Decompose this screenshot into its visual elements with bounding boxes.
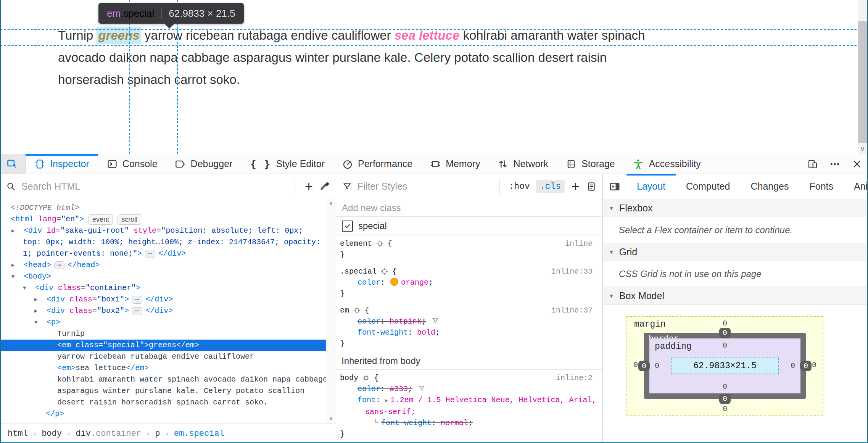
margin-bottom-value[interactable]: 0 (723, 405, 727, 413)
tab-memory[interactable]: Memory (421, 154, 489, 174)
markup-node[interactable]: ▶<div id="saka-gui-root" style="position… (0, 225, 336, 237)
menu-button[interactable] (824, 154, 846, 174)
markup-node[interactable]: <em>sea lettuce</em> (0, 362, 336, 374)
css-declaration[interactable]: font: ▶1.2em / 1.5 Helvetica Neue, Helve… (340, 395, 598, 406)
sidebar-tab-changes[interactable]: Changes (740, 174, 799, 199)
markup-scrollbar[interactable]: ∧ ∨ (326, 199, 336, 424)
add-new-class-input[interactable]: Add new class (336, 199, 602, 217)
tab-network[interactable]: Network (489, 154, 557, 174)
expand-twisty-icon[interactable]: ▶ (34, 294, 47, 305)
expand-twisty-icon[interactable]: ▶ (34, 305, 47, 317)
page-scrollbar-thumb[interactable] (858, 21, 867, 143)
event-badge[interactable]: event (89, 214, 113, 225)
inline-ellipsis-button[interactable]: ⋯ (145, 250, 155, 258)
eyedropper-icon[interactable] (320, 182, 330, 192)
rule-source-link[interactable]: inline:33 (551, 266, 598, 277)
expand-property-icon[interactable]: ▶ (385, 398, 388, 404)
overridden-filter-icon[interactable] (432, 317, 439, 325)
search-input[interactable]: Search HTML (21, 181, 80, 192)
tab-style-editor[interactable]: { }Style Editor (241, 154, 333, 174)
padding-left-value[interactable]: 0 (655, 362, 659, 370)
sidebar-tab-fonts[interactable]: Fonts (799, 174, 844, 199)
border-bottom-value[interactable]: 0 (719, 394, 731, 404)
responsive-mode-button[interactable] (802, 154, 824, 174)
tab-accessibility[interactable]: Accessibility (624, 154, 710, 174)
css-declaration[interactable]: color: orange; (340, 277, 598, 288)
markup-node[interactable]: ▼<div class="container"> (0, 282, 336, 294)
stylesheet-icon[interactable] (586, 182, 596, 192)
page-scrollbar-down-icon[interactable]: ∨ (858, 145, 867, 153)
padding-top-value[interactable]: 0 (723, 342, 727, 350)
tab-console[interactable]: Console (98, 154, 166, 174)
rule-source-link[interactable]: inline:37 (551, 305, 598, 316)
padding-right-value[interactable]: 0 (791, 362, 795, 370)
rule-selector[interactable]: em (340, 305, 349, 316)
class-checkbox[interactable] (342, 221, 353, 232)
markup-node[interactable]: ▼<p> (0, 317, 336, 328)
breadcrumb-item[interactable]: p (155, 429, 160, 438)
class-panel-toggle[interactable]: .cls (536, 180, 565, 193)
markup-node[interactable]: yarrow ricebean rutabaga endive cauliflo… (0, 351, 336, 362)
rule-selector[interactable]: body (340, 372, 358, 383)
markup-node[interactable]: kohlrabi amaranth water spinach avocado … (0, 374, 336, 385)
selector-highlighter-icon[interactable] (362, 374, 370, 382)
css-declaration[interactable]: color: #333; (340, 383, 598, 395)
collapse-twisty-icon[interactable]: ▼ (34, 317, 47, 328)
tab-performance[interactable]: Performance (333, 154, 421, 174)
markup-search-bar[interactable]: Search HTML + (0, 174, 336, 199)
flexbox-section-header[interactable]: ▼ Flexbox (603, 199, 868, 217)
collapse-twisty-icon[interactable]: ▼ (22, 282, 35, 294)
rule-selector[interactable]: .special (340, 266, 377, 277)
css-declaration[interactable]: color: hotpink; (340, 316, 598, 327)
pseudo-class-toggle[interactable]: :hov (506, 180, 533, 193)
markup-node[interactable]: 1; pointer-events: none;">⋯</div> (0, 248, 336, 259)
padding-bottom-value[interactable]: 0 (723, 383, 727, 391)
sidebar-tab-animations[interactable]: Animations (844, 174, 868, 199)
markup-node[interactable]: top: 0px; width: 100%; height…100%; z-in… (0, 237, 336, 248)
inline-ellipsis-button[interactable]: ⋯ (132, 296, 142, 304)
box-model-margin[interactable]: margin 0 0 0 0 border 0 0 0 0 paddin (626, 316, 823, 416)
tab-inspector[interactable]: Inspector (26, 154, 98, 174)
border-right-value[interactable]: 0 (800, 361, 812, 371)
page-scrollbar[interactable]: ∨ (858, 0, 867, 154)
inline-ellipsis-button[interactable]: ⋯ (54, 261, 64, 269)
inline-ellipsis-button[interactable]: ⋯ (132, 307, 142, 315)
add-rule-button[interactable]: + (568, 180, 583, 193)
add-node-button[interactable]: + (301, 180, 317, 193)
margin-left-value[interactable]: 0 (633, 361, 638, 369)
markup-scroll-up-icon[interactable]: ∧ (326, 200, 336, 207)
expand-twisty-icon[interactable]: ▶ (11, 259, 24, 271)
breadcrumb-item[interactable]: div.container (76, 429, 141, 438)
grid-section-header[interactable]: ▼ Grid (603, 243, 868, 261)
breadcrumb-item[interactable]: body (42, 429, 62, 438)
markup-node-selected[interactable]: <em class="special">greens</em> (0, 340, 336, 351)
markup-node[interactable]: ▶<head>⋯</head> (0, 259, 336, 271)
collapse-twisty-icon[interactable]: ▼ (11, 271, 24, 282)
sidebar-toggle-button[interactable] (603, 174, 626, 199)
rule-source-link[interactable]: inline (565, 238, 598, 249)
color-swatch[interactable] (390, 278, 398, 286)
tab-storage[interactable]: Storage (557, 154, 624, 174)
margin-right-value[interactable]: 0 (812, 361, 816, 369)
event-badge[interactable]: scroll (118, 214, 141, 225)
rule-selector[interactable]: element (340, 238, 372, 249)
markup-node[interactable]: asparagus winter purslane kale. Celery p… (0, 385, 336, 397)
sidebar-tab-layout[interactable]: Layout (626, 174, 676, 199)
selector-highlighter-icon[interactable] (353, 306, 361, 314)
filter-styles-bar[interactable]: Filter Styles :hov .cls + (336, 174, 602, 199)
sidebar-tab-computed[interactable]: Computed (676, 174, 740, 199)
close-button[interactable] (846, 154, 868, 174)
margin-top-value[interactable]: 0 (723, 319, 727, 328)
markup-node[interactable]: ▶<div class="box1">⋯</div> (0, 294, 336, 305)
markup-node[interactable]: </p> (0, 408, 336, 420)
box-model-border[interactable]: border 0 0 0 0 padding 0 0 0 0 6 (644, 333, 806, 399)
selector-highlighter-icon[interactable] (376, 240, 384, 248)
box-model-content[interactable]: 62.9833×21.5 (671, 358, 779, 374)
markup-node[interactable]: Turnip (0, 328, 336, 340)
markup-node[interactable]: <!DOCTYPE html> (0, 202, 336, 214)
selector-highlighter-icon[interactable] (380, 267, 388, 275)
markup-scroll-down-icon[interactable]: ∨ (326, 415, 336, 422)
border-left-value[interactable]: 0 (638, 361, 650, 371)
breadcrumb-item[interactable]: html (8, 429, 28, 438)
tab-debugger[interactable]: Debugger (166, 154, 242, 174)
